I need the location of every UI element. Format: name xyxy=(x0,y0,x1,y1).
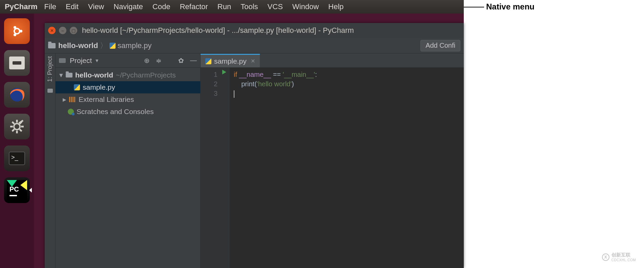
chevron-down-icon[interactable]: ▼ xyxy=(95,58,99,63)
text-cursor xyxy=(234,90,234,98)
code-keyword: if xyxy=(234,71,237,78)
tree-scratches-label: Scratches and Consoles xyxy=(77,108,154,116)
tree-root-folder[interactable]: ▾ hello-world ~/PycharmProjects xyxy=(56,69,200,81)
locate-icon[interactable]: ⊕ xyxy=(144,57,150,65)
watermark-brand: 创新互联 xyxy=(611,252,636,258)
tree-file-label: sample.py xyxy=(83,83,115,91)
structure-tool-icon[interactable] xyxy=(47,89,53,93)
code-colon: : xyxy=(315,71,317,78)
scratches-icon xyxy=(68,109,74,115)
project-tool-window: Project ▼ ⊕ ≑ ✿ — ▾ hello-world xyxy=(56,53,201,268)
ubuntu-menubar: PyCharm File Edit View Navigate Code Ref… xyxy=(0,0,464,14)
code-text[interactable]: if __name__ == '__main__': print('hello … xyxy=(230,68,464,268)
menu-window[interactable]: Window xyxy=(288,2,324,11)
menu-help[interactable]: Help xyxy=(324,2,348,11)
launcher-files-icon[interactable] xyxy=(4,50,30,76)
svg-point-2 xyxy=(14,26,16,29)
project-pane-title[interactable]: Project xyxy=(70,57,92,65)
gear-icon[interactable]: ✿ xyxy=(178,57,184,65)
code-editor[interactable]: 1 2 3 if __name__ == '__main__': print('… xyxy=(201,68,464,268)
project-view-icon xyxy=(59,58,66,63)
svg-text:PC: PC xyxy=(9,185,19,193)
menu-tools[interactable]: Tools xyxy=(236,2,263,11)
menu-navigate[interactable]: Navigate xyxy=(109,2,148,11)
hide-icon[interactable]: — xyxy=(190,57,197,65)
expand-all-icon[interactable]: ≑ xyxy=(156,57,162,65)
folder-icon xyxy=(66,73,72,77)
tree-external-label: External Libraries xyxy=(79,95,134,104)
ubuntu-desktop: >_ PC ✕ – ▢ hello-world [~/PycharmProjec… xyxy=(0,14,464,268)
svg-point-1 xyxy=(20,30,22,32)
project-tree: ▾ hello-world ~/PycharmProjects sample.p… xyxy=(56,68,200,268)
menu-file[interactable]: File xyxy=(40,2,61,11)
code-fn: print xyxy=(241,80,254,88)
chevron-down-icon[interactable]: ▾ xyxy=(59,71,63,79)
pycharm-window: ✕ – ▢ hello-world [~/PycharmProjects/hel… xyxy=(45,23,464,268)
launcher-firefox-icon[interactable] xyxy=(4,82,30,108)
svg-line-10 xyxy=(12,122,14,124)
menu-edit[interactable]: Edit xyxy=(61,2,83,11)
run-line-icon[interactable] xyxy=(222,70,226,74)
chevron-right-icon[interactable]: ▸ xyxy=(62,95,66,104)
tree-file-sample[interactable]: sample.py xyxy=(56,81,200,93)
folder-icon xyxy=(48,43,56,48)
watermark: X 创新互联 CDCXHL.COM xyxy=(602,252,636,262)
launcher-terminal-icon[interactable]: >_ xyxy=(4,146,30,171)
menubar-app-name: PyCharm xyxy=(5,2,38,11)
project-pane-header: Project ▼ ⊕ ≑ ✿ — xyxy=(56,53,200,68)
menu-vcs[interactable]: VCS xyxy=(263,2,288,11)
code-paren-open: ( xyxy=(254,80,257,88)
launcher-dash-icon[interactable] xyxy=(4,18,30,44)
code-dunder: __name__ xyxy=(239,71,271,78)
svg-line-13 xyxy=(12,129,14,131)
menu-refactor[interactable]: Refactor xyxy=(175,2,213,11)
main-content: 1: Project Project ▼ ⊕ ≑ ✿ — xyxy=(45,53,464,268)
breadcrumb-separator: 〉 xyxy=(100,41,107,51)
watermark-logo-icon: X xyxy=(602,253,609,261)
svg-point-3 xyxy=(14,34,16,36)
menu-run[interactable]: Run xyxy=(213,2,236,11)
pycharm-titlebar[interactable]: ✕ – ▢ hello-world [~/PycharmProjects/hel… xyxy=(45,23,464,38)
editor-area: sample.py ✕ 1 2 3 if __name__ == '__main… xyxy=(201,53,464,268)
line-number: 1 xyxy=(201,70,217,79)
code-string: 'hello world' xyxy=(257,80,292,88)
run-gutter xyxy=(221,68,230,268)
navigation-bar: hello-world 〉 sample.py Add Confi xyxy=(45,38,464,53)
python-file-icon xyxy=(109,43,116,49)
menu-code[interactable]: Code xyxy=(148,2,175,11)
line-number: 2 xyxy=(201,79,217,89)
svg-point-0 xyxy=(14,28,20,34)
window-title: hello-world [~/PycharmProjects/hello-wor… xyxy=(82,26,354,35)
editor-tabs: sample.py ✕ xyxy=(201,53,464,68)
code-paren-close: ) xyxy=(292,80,294,88)
window-minimize-button[interactable]: – xyxy=(59,27,66,34)
code-string: '__main__' xyxy=(283,71,315,78)
tree-scratches[interactable]: Scratches and Consoles xyxy=(56,106,200,118)
close-tab-icon[interactable]: ✕ xyxy=(251,58,255,64)
annotation-label: Native menu xyxy=(486,2,535,12)
line-number: 3 xyxy=(201,89,217,98)
tool-window-stripe: 1: Project xyxy=(45,53,56,268)
tree-external-libraries[interactable]: ▸ External Libraries xyxy=(56,93,200,106)
svg-point-5 xyxy=(14,124,20,130)
project-tool-button[interactable]: 1: Project xyxy=(46,56,54,82)
launcher-pycharm-icon[interactable]: PC xyxy=(4,177,30,203)
menu-view[interactable]: View xyxy=(83,2,109,11)
window-close-button[interactable]: ✕ xyxy=(48,27,56,34)
ubuntu-launcher: >_ PC xyxy=(0,14,34,268)
annotation-leader-line xyxy=(464,7,484,7)
breadcrumb-project[interactable]: hello-world xyxy=(58,41,98,50)
code-op: == xyxy=(273,71,281,78)
python-file-icon xyxy=(74,84,80,90)
tree-root-path: ~/PycharmProjects xyxy=(116,71,176,79)
breadcrumb-file[interactable]: sample.py xyxy=(118,41,151,50)
editor-tab-sample[interactable]: sample.py ✕ xyxy=(201,54,260,67)
window-maximize-button[interactable]: ▢ xyxy=(70,27,77,34)
editor-tab-label: sample.py xyxy=(214,57,247,65)
launcher-settings-icon[interactable] xyxy=(4,114,30,139)
add-configuration-button[interactable]: Add Confi xyxy=(420,40,460,51)
window-controls: ✕ – ▢ xyxy=(48,27,77,34)
library-icon xyxy=(69,97,76,102)
svg-line-11 xyxy=(20,129,22,131)
svg-rect-18 xyxy=(9,195,17,196)
